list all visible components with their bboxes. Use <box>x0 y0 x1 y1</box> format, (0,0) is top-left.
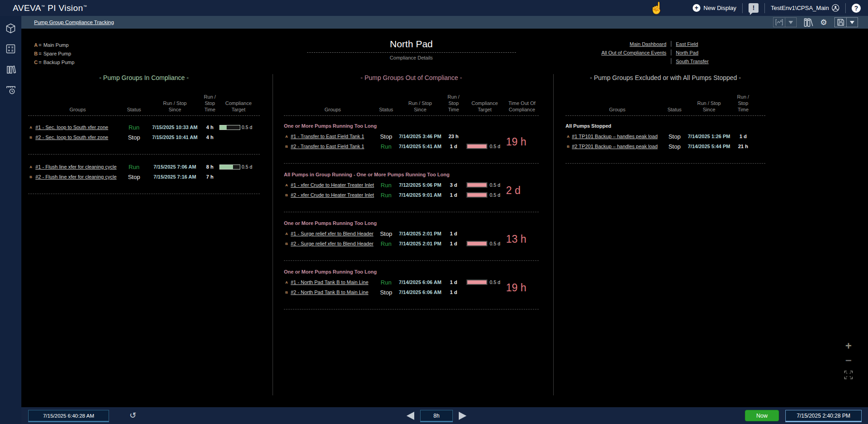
compliance-bar-fill <box>467 183 486 187</box>
runtime-text: 4 h <box>202 135 218 140</box>
trademark: ™ <box>83 4 87 8</box>
zoom-in-icon[interactable]: + <box>843 340 854 351</box>
runtime-text: 1 d <box>443 144 464 149</box>
quick-links: Main Dashboard East Field All Out of Com… <box>587 40 717 65</box>
col-header: Time Out Of Compliance <box>505 100 539 113</box>
link-east-field[interactable]: East Field <box>676 41 698 47</box>
topbar-actions: + New Display ! TestEnv1\CPSA_Main ? <box>693 3 861 13</box>
step-forward-icon[interactable] <box>459 412 466 420</box>
notifications-icon[interactable]: ! <box>749 3 759 13</box>
time-range-input[interactable]: 8h <box>420 410 453 421</box>
since-text: 7/14/2025 9:01 AM <box>397 192 443 198</box>
pump-group: One or More Pumps Running Too LongA#1 - … <box>284 268 539 309</box>
now-button[interactable]: Now <box>745 410 779 421</box>
legend-key: A <box>34 42 38 48</box>
col-header: Groups <box>572 106 663 113</box>
chevron-down-icon <box>850 21 854 24</box>
save-icon[interactable] <box>835 18 846 27</box>
zoom-out-icon[interactable]: − <box>843 356 854 365</box>
compliance-bar-cell <box>464 279 490 285</box>
sidebar-item-displays-library[interactable] <box>0 59 21 80</box>
group-link[interactable]: #1 - North Pad Tank B to Main Line <box>291 279 375 285</box>
col-header: Run / Stop Time <box>202 94 218 113</box>
legend-separator: = <box>39 51 41 56</box>
table-row: B#2 - Flush line xfer for cleaning cycle… <box>28 172 260 182</box>
pump-letter: B <box>565 145 572 149</box>
cube-icon <box>5 23 16 34</box>
end-time-input[interactable]: 7/15/2025 2:40:28 PM <box>785 410 862 421</box>
table-row: A#1 - xfer Crude to Heater Treater Inlet… <box>284 180 539 190</box>
compliance-bar <box>466 279 487 285</box>
link-north-pad[interactable]: North Pad <box>676 50 699 55</box>
column-title: - Pump Groups Excluded or with All Pumps… <box>565 74 765 81</box>
legend-label: Main Pump <box>43 42 69 48</box>
status-text: Run <box>375 143 397 150</box>
group-link[interactable]: #2 - Transfer to East Field Tank 1 <box>291 144 375 149</box>
table-row: B#2 - Surge relief xfer to Blend HeaderR… <box>284 239 539 249</box>
help-icon[interactable]: ? <box>852 4 861 13</box>
col-header: Run / Stop Since <box>686 100 732 113</box>
table-row: A#1 - Surge relief xfer to Blend HeaderS… <box>284 229 539 239</box>
sidebar-item-assets[interactable] <box>0 18 21 39</box>
trend-dropdown-icon[interactable] <box>785 18 796 27</box>
legend-separator: = <box>39 60 41 65</box>
link-main-dashboard[interactable]: Main Dashboard <box>630 41 666 47</box>
compliance-bar-cell <box>464 241 490 246</box>
new-display-button[interactable]: + New Display <box>693 4 736 12</box>
legend-key: C <box>34 60 38 65</box>
compliance-bar-cell <box>218 165 242 170</box>
since-text: 7/15/2025 10:33 AM <box>148 125 202 130</box>
refresh-icon[interactable]: ↺ <box>129 411 136 420</box>
save-dropdown-icon[interactable] <box>846 18 858 27</box>
events-clock-icon <box>6 85 16 95</box>
legend-label: Spare Pump <box>43 51 71 56</box>
group-link[interactable]: #1 - Sec. loop to South xfer zone <box>35 125 120 130</box>
asset-library-icon[interactable] <box>804 18 813 27</box>
group-link[interactable]: #1 - Flush line xfer for cleaning cycle <box>35 164 120 170</box>
group-link[interactable]: #2 - Surge relief xfer to Blend Header <box>291 241 375 246</box>
pump-group: One or More Pumps Running Too LongA#1 - … <box>284 122 539 164</box>
page-subtitle: Compliance Details <box>284 55 539 60</box>
group-link[interactable]: #1 TP101 Backup – handles peak load <box>572 134 663 139</box>
group-link[interactable]: #2 - Sec. loop to South xfer zone <box>35 135 120 140</box>
pump-letter: A <box>284 183 291 187</box>
table-excluded: - Pump Groups Excluded or with All Pumps… <box>565 74 765 171</box>
sidebar-item-events[interactable] <box>0 80 21 100</box>
legend-row: B = Spare Pump <box>34 49 74 58</box>
group-link[interactable]: #1 - Surge relief xfer to Blend Header <box>291 231 375 236</box>
calculator-icon <box>6 44 15 54</box>
divider <box>671 41 671 47</box>
group-rows: A#1 - xfer Crude to Heater Treater Inlet… <box>284 180 539 200</box>
group-link[interactable]: #2 - North Pad Tank B to Main Line <box>291 289 375 295</box>
brand-name: AVEVA <box>13 3 41 13</box>
start-time-input[interactable]: 7/15/2025 6:40:28 AM <box>28 410 109 421</box>
app-logo: AVEVA™ PI Vision™ <box>13 3 87 13</box>
question-glyph: ? <box>854 5 858 12</box>
group-link[interactable]: #2 - xfer Crude to Heater Treater Inlet <box>291 192 375 198</box>
pump-group: One or More Pumps Running Too LongA#1 - … <box>284 219 539 261</box>
compliance-bar-fill <box>467 145 486 148</box>
group-link[interactable]: #2 - Flush line xfer for cleaning cycle <box>35 174 120 180</box>
user-menu[interactable]: TestEnv1\CPSA_Main <box>771 4 839 12</box>
trend-icon[interactable] <box>774 18 785 27</box>
group-link[interactable]: #1 - xfer Crude to Heater Treater Inlet <box>291 182 375 188</box>
group-rows: A#1 - Transfer to East Field Tank 1Stop7… <box>284 131 539 151</box>
since-text: 7/14/2025 2:01 PM <box>397 241 443 246</box>
compliance-bar <box>466 182 487 188</box>
status-text: Stop <box>375 133 397 140</box>
since-text: 7/15/2025 10:41 AM <box>148 135 202 140</box>
link-south-transfer[interactable]: South Transfer <box>676 59 709 64</box>
table-row: A#1 - Sec. loop to South xfer zoneRun7/1… <box>28 122 260 132</box>
time-bar: 7/15/2025 6:40:28 AM ↺ 8h Now 7/15/2025 … <box>21 407 868 424</box>
legend-separator: = <box>39 42 41 48</box>
group-link[interactable]: #2 TP201 Backup – handles peak load <box>572 144 663 149</box>
settings-gear-icon[interactable]: ⚙ <box>820 19 827 26</box>
step-back-icon[interactable] <box>407 412 414 420</box>
since-text: 7/15/2025 7:06 AM <box>148 164 202 170</box>
link-all-out-of-compliance-events[interactable]: All Out of Compliance Events <box>601 50 666 55</box>
group-link[interactable]: #1 - Transfer to East Field Tank 1 <box>291 134 375 139</box>
display-title-link[interactable]: Pump Group Compliance Tracking <box>34 20 114 25</box>
sidebar-item-calculations[interactable] <box>0 39 21 59</box>
zoom-fit-icon[interactable] <box>843 370 854 381</box>
group-heading: One or More Pumps Running Too Long <box>284 219 539 227</box>
